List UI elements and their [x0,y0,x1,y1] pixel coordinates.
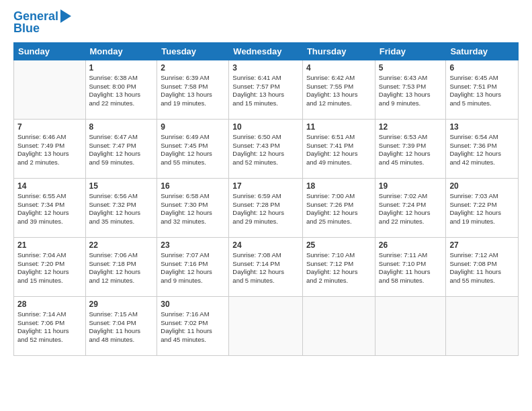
calendar-table: SundayMondayTuesdayWednesdayThursdayFrid… [13,42,519,356]
day-number: 26 [379,240,443,250]
day-cell: 19Sunrise: 7:02 AM Sunset: 7:24 PM Dayli… [375,178,446,237]
weekday-header-wednesday: Wednesday [229,42,303,60]
day-cell: 22Sunrise: 7:06 AM Sunset: 7:18 PM Dayli… [85,237,157,296]
day-number: 13 [449,122,515,132]
day-cell: 16Sunrise: 6:58 AM Sunset: 7:30 PM Dayli… [157,178,229,237]
day-number: 15 [89,181,154,191]
day-info: Sunrise: 6:47 AM Sunset: 7:47 PM Dayligh… [89,133,154,167]
day-number: 10 [232,122,299,132]
day-number: 11 [306,122,371,132]
day-number: 6 [449,63,515,73]
day-number: 20 [449,181,515,191]
logo-icon [60,9,71,23]
day-info: Sunrise: 6:45 AM Sunset: 7:51 PM Dayligh… [449,74,515,108]
day-info: Sunrise: 7:11 AM Sunset: 7:10 PM Dayligh… [379,251,443,285]
day-number: 24 [232,240,299,250]
day-info: Sunrise: 6:43 AM Sunset: 7:53 PM Dayligh… [379,74,443,108]
day-info: Sunrise: 6:39 AM Sunset: 7:58 PM Dayligh… [161,74,225,108]
header: General Blue [13,10,519,36]
day-cell: 3Sunrise: 6:41 AM Sunset: 7:57 PM Daylig… [229,60,303,119]
day-info: Sunrise: 7:12 AM Sunset: 7:08 PM Dayligh… [449,251,515,285]
day-cell: 12Sunrise: 6:53 AM Sunset: 7:39 PM Dayli… [375,119,446,178]
day-number: 2 [161,63,225,73]
day-cell [375,296,446,355]
day-info: Sunrise: 6:42 AM Sunset: 7:55 PM Dayligh… [306,74,371,108]
day-cell: 11Sunrise: 6:51 AM Sunset: 7:41 PM Dayli… [302,119,375,178]
day-cell: 23Sunrise: 7:07 AM Sunset: 7:16 PM Dayli… [157,237,229,296]
day-cell: 24Sunrise: 7:08 AM Sunset: 7:14 PM Dayli… [229,237,303,296]
day-info: Sunrise: 7:06 AM Sunset: 7:18 PM Dayligh… [89,251,154,285]
weekday-header-sunday: Sunday [14,42,86,60]
week-row-5: 28Sunrise: 7:14 AM Sunset: 7:06 PM Dayli… [14,296,519,355]
day-cell [446,296,519,355]
day-number: 19 [379,181,443,191]
day-info: Sunrise: 6:55 AM Sunset: 7:34 PM Dayligh… [17,192,82,226]
weekday-header-row: SundayMondayTuesdayWednesdayThursdayFrid… [14,42,519,60]
weekday-header-friday: Friday [375,42,446,60]
day-cell: 8Sunrise: 6:47 AM Sunset: 7:47 PM Daylig… [85,119,157,178]
week-row-1: 1Sunrise: 6:38 AM Sunset: 8:00 PM Daylig… [14,60,519,119]
day-info: Sunrise: 6:53 AM Sunset: 7:39 PM Dayligh… [379,133,443,167]
day-number: 16 [161,181,225,191]
day-number: 30 [161,300,225,309]
day-number: 27 [449,240,515,250]
day-cell: 10Sunrise: 6:50 AM Sunset: 7:43 PM Dayli… [229,119,303,178]
day-cell: 28Sunrise: 7:14 AM Sunset: 7:06 PM Dayli… [14,296,86,355]
day-cell: 15Sunrise: 6:56 AM Sunset: 7:32 PM Dayli… [85,178,157,237]
day-info: Sunrise: 6:58 AM Sunset: 7:30 PM Dayligh… [161,192,225,226]
day-info: Sunrise: 6:50 AM Sunset: 7:43 PM Dayligh… [232,133,299,167]
day-number: 1 [89,63,154,73]
calendar-page: General Blue SundayMondayTuesdayWednesda… [0,0,532,411]
week-row-4: 21Sunrise: 7:04 AM Sunset: 7:20 PM Dayli… [14,237,519,296]
day-info: Sunrise: 6:49 AM Sunset: 7:45 PM Dayligh… [161,133,225,167]
day-number: 14 [17,181,82,191]
day-number: 21 [17,240,82,250]
day-number: 25 [306,240,371,250]
day-number: 8 [89,122,154,132]
day-info: Sunrise: 7:04 AM Sunset: 7:20 PM Dayligh… [17,251,82,285]
day-number: 7 [17,122,82,132]
day-cell: 2Sunrise: 6:39 AM Sunset: 7:58 PM Daylig… [157,60,229,119]
day-cell: 1Sunrise: 6:38 AM Sunset: 8:00 PM Daylig… [85,60,157,119]
day-number: 22 [89,240,154,250]
day-cell: 25Sunrise: 7:10 AM Sunset: 7:12 PM Dayli… [302,237,375,296]
day-info: Sunrise: 6:56 AM Sunset: 7:32 PM Dayligh… [89,192,154,226]
week-row-2: 7Sunrise: 6:46 AM Sunset: 7:49 PM Daylig… [14,119,519,178]
day-number: 28 [17,300,82,309]
day-info: Sunrise: 6:54 AM Sunset: 7:36 PM Dayligh… [449,133,515,167]
day-number: 5 [379,63,443,73]
day-info: Sunrise: 7:08 AM Sunset: 7:14 PM Dayligh… [232,251,299,285]
day-cell: 21Sunrise: 7:04 AM Sunset: 7:20 PM Dayli… [14,237,86,296]
day-cell: 5Sunrise: 6:43 AM Sunset: 7:53 PM Daylig… [375,60,446,119]
day-info: Sunrise: 7:07 AM Sunset: 7:16 PM Dayligh… [161,251,225,285]
day-info: Sunrise: 6:46 AM Sunset: 7:49 PM Dayligh… [17,133,82,167]
day-info: Sunrise: 7:10 AM Sunset: 7:12 PM Dayligh… [306,251,371,285]
day-cell: 14Sunrise: 6:55 AM Sunset: 7:34 PM Dayli… [14,178,86,237]
day-cell: 17Sunrise: 6:59 AM Sunset: 7:28 PM Dayli… [229,178,303,237]
logo: General Blue [13,10,71,36]
day-info: Sunrise: 7:02 AM Sunset: 7:24 PM Dayligh… [379,192,443,226]
weekday-header-tuesday: Tuesday [157,42,229,60]
day-cell: 4Sunrise: 6:42 AM Sunset: 7:55 PM Daylig… [302,60,375,119]
day-number: 4 [306,63,371,73]
day-cell: 30Sunrise: 7:16 AM Sunset: 7:02 PM Dayli… [157,296,229,355]
day-info: Sunrise: 6:51 AM Sunset: 7:41 PM Dayligh… [306,133,371,167]
day-cell: 6Sunrise: 6:45 AM Sunset: 7:51 PM Daylig… [446,60,519,119]
day-cell [302,296,375,355]
weekday-header-saturday: Saturday [446,42,519,60]
day-cell: 20Sunrise: 7:03 AM Sunset: 7:22 PM Dayli… [446,178,519,237]
day-cell: 9Sunrise: 6:49 AM Sunset: 7:45 PM Daylig… [157,119,229,178]
day-cell: 27Sunrise: 7:12 AM Sunset: 7:08 PM Dayli… [446,237,519,296]
day-number: 17 [232,181,299,191]
day-info: Sunrise: 6:38 AM Sunset: 8:00 PM Dayligh… [89,74,154,108]
weekday-header-monday: Monday [85,42,157,60]
weekday-header-thursday: Thursday [302,42,375,60]
day-number: 29 [89,300,154,309]
day-cell [14,60,86,119]
day-number: 23 [161,240,225,250]
day-info: Sunrise: 7:00 AM Sunset: 7:26 PM Dayligh… [306,192,371,226]
day-cell: 26Sunrise: 7:11 AM Sunset: 7:10 PM Dayli… [375,237,446,296]
day-info: Sunrise: 6:59 AM Sunset: 7:28 PM Dayligh… [232,192,299,226]
day-cell: 13Sunrise: 6:54 AM Sunset: 7:36 PM Dayli… [446,119,519,178]
logo-blue: Blue [13,21,71,36]
